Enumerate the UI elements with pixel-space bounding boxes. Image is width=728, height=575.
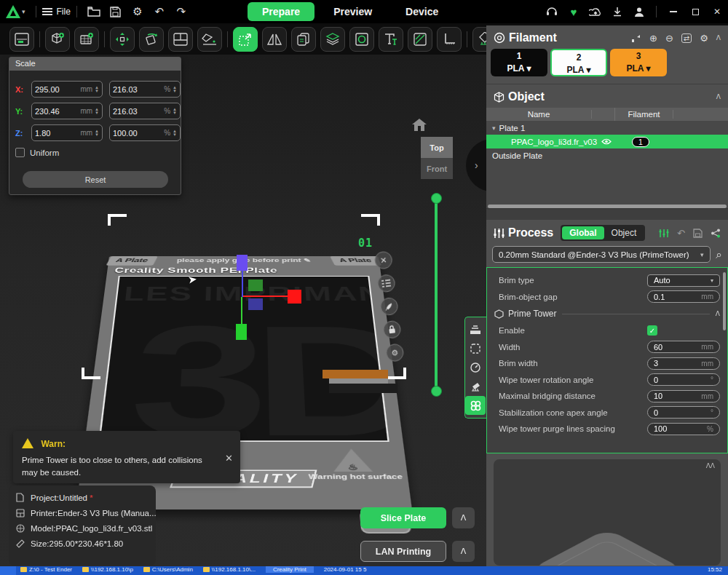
filament-settings-icon[interactable]: ⚙ <box>700 33 708 44</box>
rotate-tool-icon[interactable] <box>139 27 164 52</box>
section-collapse-icon[interactable]: ᐱ <box>716 310 720 317</box>
move-tool-icon[interactable] <box>110 27 135 52</box>
restore-button[interactable] <box>684 1 706 22</box>
wipe-tower-rotation-input[interactable]: 0° <box>647 373 720 386</box>
selection-box-icon[interactable] <box>465 339 486 358</box>
gizmo-plane-handle[interactable] <box>248 279 263 291</box>
prime-tower-brim-width-input[interactable]: 3mm <box>647 357 720 370</box>
taskbar-item[interactable]: C:\Users\Admin <box>143 566 193 573</box>
multicolor-paint-icon[interactable] <box>465 396 486 415</box>
purge-lines-spacing-input[interactable]: 100% <box>647 423 720 435</box>
scale-x-mm-input[interactable]: 295.00mm▲▼ <box>31 81 103 98</box>
prime-tower-section-header[interactable]: Prime Tower ᐱ <box>487 305 727 322</box>
object-collapse-icon[interactable]: ᐱ <box>716 93 721 100</box>
undo-icon[interactable]: ↶ <box>149 3 170 20</box>
stepper-icon[interactable]: ▲▼ <box>95 86 99 93</box>
prime-tower-enable-checkbox[interactable]: ✓ <box>647 325 657 336</box>
plate-close-icon[interactable]: ✕ <box>373 250 393 270</box>
reset-button[interactable]: Reset <box>23 171 168 188</box>
gizmo-plane-handle-2[interactable] <box>248 298 263 310</box>
menu-icon[interactable] <box>42 7 52 17</box>
filament-collapse-icon[interactable]: ᐱ <box>716 34 721 41</box>
open-folder-icon[interactable] <box>83 3 105 20</box>
gizmo-y-handle[interactable] <box>236 324 247 340</box>
stepper-icon[interactable]: ▲▼ <box>95 108 99 115</box>
settings-gear-icon[interactable]: ⚙ <box>127 3 149 20</box>
tune-params-icon[interactable] <box>659 229 669 238</box>
warning-close-icon[interactable]: ✕ <box>225 453 233 464</box>
cloud-upload-icon[interactable] <box>585 3 606 20</box>
scale-x-pct-input[interactable]: 216.03%▲▼ <box>109 81 181 98</box>
user-account-icon[interactable] <box>628 3 650 20</box>
tab-device[interactable]: Device <box>391 2 453 21</box>
gizmo-x-handle[interactable] <box>288 290 301 304</box>
split-layers-icon[interactable] <box>320 27 345 52</box>
prime-tower-width-input[interactable]: 60mm <box>647 341 720 353</box>
clone-tool-icon[interactable] <box>291 27 316 52</box>
lan-options-button[interactable]: ᐱ <box>452 541 475 562</box>
visibility-eye-icon[interactable] <box>601 138 612 145</box>
stepper-icon[interactable]: ▲▼ <box>173 130 177 137</box>
stepper-icon[interactable]: ▲▼ <box>173 108 177 115</box>
scale-z-pct-input[interactable]: 100.00%▲▼ <box>109 124 181 141</box>
tab-preview[interactable]: Preview <box>319 2 387 21</box>
view-front-face[interactable]: Front <box>421 158 453 179</box>
search-preset-icon[interactable]: ⌕ <box>716 248 722 261</box>
filament-card-2[interactable]: 2 PLA ▾ <box>550 49 607 76</box>
expand-caret-icon[interactable]: ▾ <box>492 124 496 132</box>
support-headset-icon[interactable] <box>541 3 563 20</box>
add-model-icon[interactable] <box>45 27 70 52</box>
view-top-face[interactable]: Top <box>421 137 453 158</box>
scale-z-mm-input[interactable]: 1.80mm▲▼ <box>31 124 103 141</box>
add-plate-icon[interactable] <box>74 27 99 52</box>
taskbar-item[interactable]: \\192.168.1.10\... <box>203 566 256 573</box>
tab-prepare[interactable]: Prepare <box>248 2 314 21</box>
speed-gauge-icon[interactable] <box>465 358 486 377</box>
favorites-heart-icon[interactable]: ♥ <box>563 3 585 20</box>
measure-tool-icon[interactable] <box>437 27 462 52</box>
plate-paint-icon[interactable] <box>379 297 399 317</box>
uniform-checkbox[interactable] <box>15 148 25 157</box>
height-range-icon[interactable] <box>465 320 486 339</box>
panel-collapse-handle[interactable]: › <box>466 139 486 191</box>
view-cube[interactable]: Top Front <box>421 137 453 179</box>
share-preset-icon[interactable] <box>711 229 721 238</box>
stepper-icon[interactable]: ▲▼ <box>95 130 99 137</box>
model-object[interactable]: LES IMPRIMANTES 3D <box>98 276 389 442</box>
minimize-button[interactable] <box>662 1 684 22</box>
scale-y-pct-input[interactable]: 216.03%▲▼ <box>109 103 181 119</box>
table-row-outside[interactable]: Outside Plate <box>486 148 728 162</box>
save-icon[interactable] <box>105 3 127 20</box>
preview-collapse-icon[interactable]: ᐱᐱ <box>706 462 715 469</box>
download-icon[interactable] <box>606 3 628 20</box>
home-view-icon[interactable] <box>412 119 427 131</box>
plate-settings-icon[interactable]: ⚙ <box>385 343 405 362</box>
stepper-icon[interactable]: ▲▼ <box>173 86 177 93</box>
taskbar-item[interactable]: Z:\0 - Test Ender <box>20 566 72 573</box>
slice-plate-button[interactable]: Slice Plate <box>360 507 446 528</box>
swap-filament-icon[interactable]: ⇄ <box>681 33 692 43</box>
add-filament-icon[interactable]: ⊕ <box>649 33 657 44</box>
scale-y-mm-input[interactable]: 230.46mm▲▼ <box>31 103 103 119</box>
brim-type-dropdown[interactable]: Auto ▾ <box>647 274 720 287</box>
stabilization-cone-input[interactable]: 0° <box>647 406 720 419</box>
scale-tool-icon[interactable] <box>233 27 258 52</box>
taskbar-item[interactable]: \\192.168.1.10\p <box>82 566 133 573</box>
max-bridging-distance-input[interactable]: 10mm <box>647 390 720 402</box>
filament-badge[interactable]: 1 <box>632 137 649 147</box>
plate-tab-left[interactable]: A Plate <box>106 256 158 266</box>
save-preset-icon[interactable] <box>693 229 703 238</box>
printer-plate-icon[interactable] <box>9 27 34 52</box>
slider-track[interactable] <box>435 199 438 392</box>
add-text-icon[interactable] <box>379 27 403 52</box>
taskbar-note[interactable]: 2024-09-01 15 5 <box>324 566 367 573</box>
slider-knob-top[interactable] <box>431 193 442 204</box>
file-menu[interactable]: File <box>57 7 71 17</box>
toggle-object[interactable]: Object <box>604 226 644 239</box>
lan-printing-button[interactable]: LAN Printing <box>360 541 446 562</box>
close-button[interactable]: ✕ <box>706 1 728 22</box>
pattern-fill-icon[interactable] <box>408 27 432 52</box>
drill-hole-icon[interactable] <box>349 27 374 52</box>
lay-on-face-icon[interactable] <box>197 27 222 52</box>
mirror-tool-icon[interactable] <box>262 27 287 52</box>
